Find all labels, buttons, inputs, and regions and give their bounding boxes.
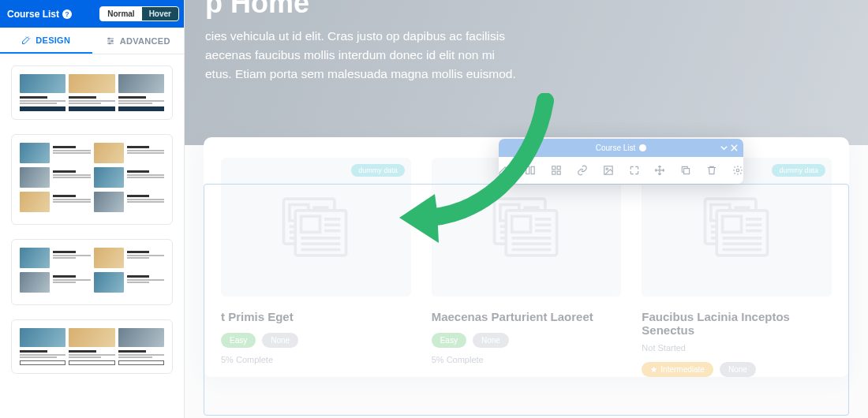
- module-toolbar-header[interactable]: Course List: [499, 139, 743, 157]
- svg-rect-53: [552, 166, 556, 170]
- layout-template-1[interactable]: [11, 65, 173, 120]
- course-card[interactable]: dummy data Maecenas Parturient Laoreet E…: [432, 158, 622, 377]
- pill-none: None: [473, 333, 509, 348]
- course-pills: EasyNone: [221, 333, 411, 348]
- course-status: Not Started: [642, 343, 832, 353]
- toggle-normal[interactable]: Normal: [100, 7, 141, 21]
- svg-rect-51: [526, 166, 529, 174]
- hero-text: cies vehicula ut id elit. Cras justo op …: [205, 27, 544, 84]
- expand-icon[interactable]: [629, 165, 640, 177]
- tab-advanced[interactable]: ADVANCED: [92, 28, 185, 54]
- course-progress: 5% Complete: [432, 355, 622, 364]
- link-icon[interactable]: [577, 165, 588, 177]
- svg-point-0: [108, 38, 110, 39]
- course-card[interactable]: dummy data t Primis Eget EasyNone 5% Com…: [221, 158, 411, 377]
- course-title: Faucibus Lacinia Inceptos Senectus: [642, 310, 832, 337]
- template-list[interactable]: [0, 54, 184, 418]
- wand-icon[interactable]: [499, 165, 510, 177]
- wand-icon: [21, 35, 31, 45]
- module-toolbar-actions: [499, 157, 743, 184]
- grid-icon[interactable]: [551, 165, 562, 177]
- svg-rect-54: [557, 166, 560, 170]
- course-title: Maecenas Parturient Laoreet: [432, 310, 622, 323]
- hero-section: p Home cies vehicula ut id elit. Cras ju…: [185, 0, 868, 145]
- svg-point-58: [606, 168, 608, 170]
- layout-template-2[interactable]: [11, 134, 173, 225]
- layout-template-4[interactable]: [11, 319, 173, 374]
- page-title: p Home: [205, 0, 868, 19]
- copy-icon[interactable]: [680, 165, 691, 177]
- sliders-icon: [106, 36, 115, 46]
- svg-point-1: [111, 40, 113, 42]
- gear-icon[interactable]: [732, 165, 743, 177]
- course-card[interactable]: dummy data Faucibus Lacinia Inceptos Sen…: [642, 158, 832, 377]
- builder-canvas[interactable]: p Home cies vehicula ut id elit. Cras ju…: [185, 0, 868, 418]
- svg-rect-59: [684, 169, 690, 174]
- tab-design-label: DESIGN: [36, 35, 70, 45]
- sidebar-header: Course List ? Normal Hover: [0, 0, 184, 28]
- trash-icon[interactable]: [706, 165, 717, 177]
- pill-none: None: [720, 362, 756, 377]
- pill-easy: Easy: [432, 333, 466, 348]
- help-icon[interactable]: ?: [62, 9, 72, 19]
- image-icon[interactable]: [603, 165, 614, 177]
- dummy-badge: dummy data: [351, 164, 405, 177]
- course-thumbnail: [221, 158, 411, 297]
- toggle-hover[interactable]: Hover: [142, 7, 178, 21]
- svg-rect-55: [552, 171, 556, 174]
- pill-none: None: [262, 333, 298, 348]
- course-progress: 5% Complete: [221, 355, 411, 364]
- tab-design[interactable]: DESIGN: [0, 28, 92, 54]
- sidebar-tabs: DESIGN ADVANCED: [0, 28, 184, 54]
- layout-template-3[interactable]: [11, 239, 173, 305]
- collapse-icon[interactable]: [720, 144, 728, 152]
- placeholder-icon: [490, 196, 563, 258]
- settings-sidebar: Course List ? Normal Hover DESIGN ADVANC…: [0, 0, 185, 418]
- close-icon[interactable]: [730, 144, 739, 152]
- sidebar-title: Course List: [7, 9, 59, 20]
- svg-rect-52: [531, 166, 534, 174]
- course-grid: dummy data t Primis Eget EasyNone 5% Com…: [221, 158, 832, 377]
- svg-point-2: [109, 43, 110, 44]
- placeholder-icon: [279, 196, 352, 258]
- pill-int: Intermediate: [642, 362, 713, 377]
- module-toolbar-title: Course List: [596, 144, 636, 152]
- move-icon[interactable]: [654, 165, 665, 177]
- svg-point-60: [736, 169, 739, 171]
- module-toolbar: Course List: [499, 139, 743, 184]
- svg-rect-56: [557, 171, 560, 174]
- course-pills: EasyNone: [432, 333, 622, 348]
- tab-advanced-label: ADVANCED: [120, 36, 170, 46]
- pill-easy: Easy: [221, 333, 256, 348]
- dummy-badge: dummy data: [772, 164, 825, 177]
- help-icon[interactable]: [639, 144, 646, 151]
- course-pills: IntermediateNone: [642, 362, 832, 377]
- column-icon[interactable]: [525, 165, 536, 177]
- state-toggle: Normal Hover: [99, 6, 179, 21]
- course-title: t Primis Eget: [221, 310, 411, 323]
- placeholder-icon: [701, 196, 773, 258]
